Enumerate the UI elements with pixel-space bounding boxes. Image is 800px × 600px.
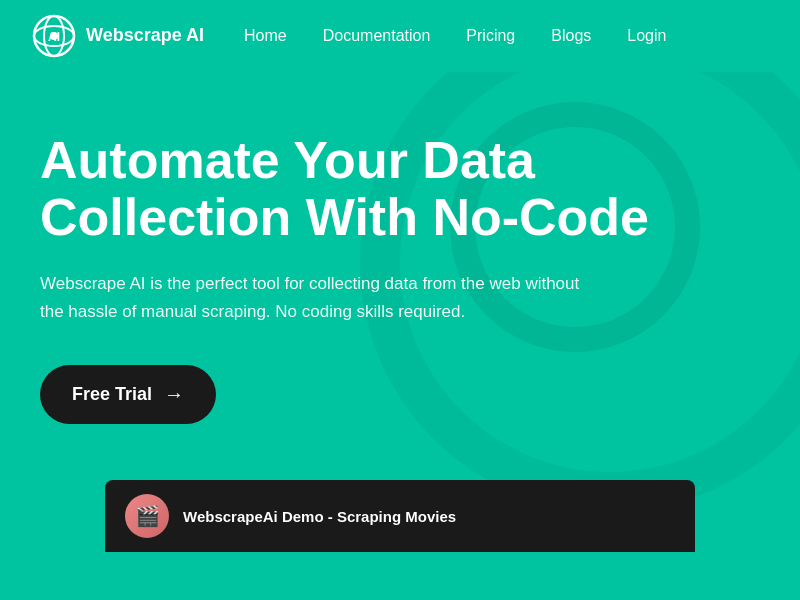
svg-text:AI: AI — [48, 30, 60, 44]
nav-item-login[interactable]: Login — [627, 27, 666, 45]
nav-link-login[interactable]: Login — [627, 27, 666, 44]
logo[interactable]: AI Webscrape AI — [32, 14, 204, 58]
nav-links: Home Documentation Pricing Blogs Login — [244, 27, 666, 45]
hero-section: Automate Your Data Collection With No-Co… — [0, 72, 800, 552]
nav-link-pricing[interactable]: Pricing — [466, 27, 515, 44]
navbar: AI Webscrape AI Home Documentation Prici… — [0, 0, 800, 72]
video-avatar: 🎬 — [125, 494, 169, 538]
nav-item-blogs[interactable]: Blogs — [551, 27, 591, 45]
video-title: WebscrapeAi Demo - Scraping Movies — [183, 508, 456, 525]
nav-link-home[interactable]: Home — [244, 27, 287, 44]
logo-icon: AI — [32, 14, 76, 58]
free-trial-button[interactable]: Free Trial → — [40, 365, 216, 424]
video-strip[interactable]: 🎬 WebscrapeAi Demo - Scraping Movies — [105, 480, 695, 552]
nav-item-documentation[interactable]: Documentation — [323, 27, 431, 45]
nav-link-blogs[interactable]: Blogs — [551, 27, 591, 44]
cta-arrow-icon: → — [164, 383, 184, 406]
nav-item-home[interactable]: Home — [244, 27, 287, 45]
nav-link-documentation[interactable]: Documentation — [323, 27, 431, 44]
hero-title: Automate Your Data Collection With No-Co… — [40, 132, 660, 246]
avatar-emoji: 🎬 — [135, 504, 160, 528]
brand-name: Webscrape AI — [86, 25, 204, 47]
nav-item-pricing[interactable]: Pricing — [466, 27, 515, 45]
cta-label: Free Trial — [72, 384, 152, 405]
hero-subtitle: Webscrape AI is the perfect tool for col… — [40, 270, 600, 324]
hero-content: Automate Your Data Collection With No-Co… — [40, 132, 660, 424]
